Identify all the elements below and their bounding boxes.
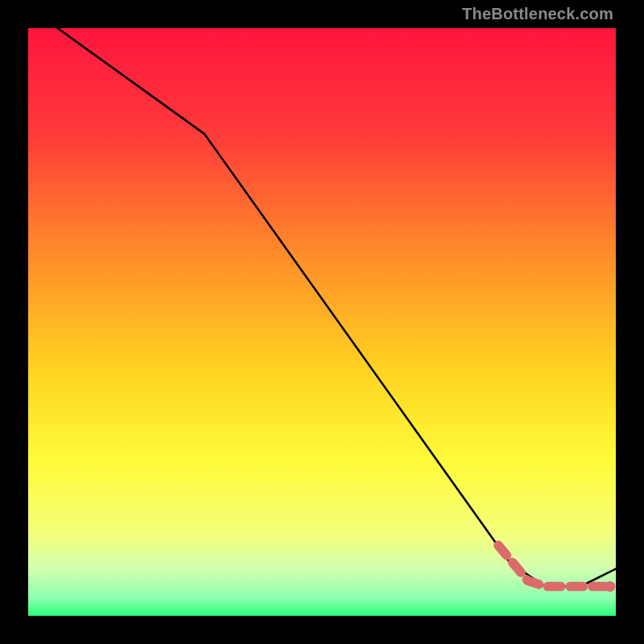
curve-line	[58, 28, 617, 587]
plot-svg	[28, 28, 616, 616]
end-dot	[605, 581, 615, 592]
chart-frame: TheBottleneck.com	[0, 0, 644, 644]
plot-area	[28, 28, 616, 616]
watermark-label: TheBottleneck.com	[462, 5, 613, 23]
